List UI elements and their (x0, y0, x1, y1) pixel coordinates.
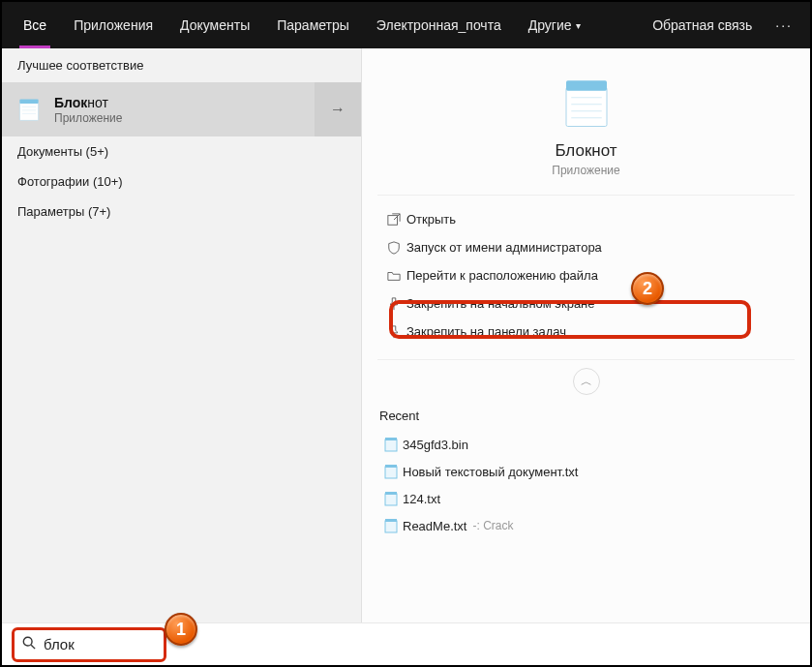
svg-rect-14 (385, 467, 397, 478)
category-documents[interactable]: Документы (5+) (2, 136, 361, 167)
recent-item[interactable]: ReadMe.txt -: Crack (377, 512, 795, 539)
chevron-down-icon: ▾ (576, 20, 581, 31)
best-match-title: Блокнот (54, 95, 122, 110)
svg-line-21 (31, 645, 35, 649)
action-label: Закрепить на панели задач (406, 324, 566, 339)
recent-item[interactable]: Новый текстовый документ.txt (377, 458, 795, 485)
search-icon (22, 636, 36, 652)
tab-all[interactable]: Все (10, 2, 60, 48)
action-open-location[interactable]: Перейти к расположению файла (377, 261, 795, 289)
recent-item[interactable]: 345gfd3.bin (377, 431, 795, 458)
svg-rect-1 (19, 100, 38, 104)
recent-name: Новый текстовый документ.txt (403, 465, 578, 479)
tab-more[interactable]: Другие▾ (515, 2, 594, 48)
svg-rect-16 (385, 494, 397, 505)
best-match-header: Лучшее соответствие (2, 48, 361, 82)
action-run-as-admin[interactable]: Запуск от имени администратора (377, 233, 795, 261)
best-match-subtitle: Приложение (54, 111, 122, 125)
category-photos[interactable]: Фотографии (10+) (2, 167, 361, 197)
action-pin-taskbar[interactable]: Закрепить на панели задач (377, 318, 795, 346)
tab-apps[interactable]: Приложения (60, 2, 166, 48)
app-title: Блокнот (377, 141, 795, 161)
pin-icon (381, 325, 406, 339)
action-pin-start[interactable]: Закрепить на начальном экране (377, 289, 795, 318)
app-icon-large (556, 72, 617, 134)
open-icon (381, 213, 406, 227)
action-label: Перейти к расположению файла (406, 268, 598, 283)
tab-documents[interactable]: Документы (166, 2, 263, 48)
top-filter-bar: Все Приложения Документы Параметры Элект… (2, 2, 810, 48)
annotation-badge-1: 1 (165, 613, 197, 646)
tab-settings[interactable]: Параметры (263, 2, 363, 48)
action-label: Запуск от имени администратора (406, 240, 602, 255)
notepad-icon (14, 94, 45, 125)
svg-rect-6 (566, 80, 607, 91)
folder-icon (381, 269, 406, 283)
recent-header: Recent (377, 403, 795, 431)
search-box[interactable] (12, 627, 166, 662)
svg-rect-5 (566, 87, 607, 126)
expand-arrow-icon[interactable]: → (315, 82, 361, 136)
recent-item[interactable]: 124.txt (377, 485, 795, 512)
collapse-chevron-icon[interactable]: ︿ (573, 368, 600, 395)
svg-rect-19 (385, 519, 397, 522)
results-pane: Лучшее соответствие Блокнот Приложение →… (2, 48, 362, 622)
category-settings[interactable]: Параметры (7+) (2, 197, 361, 227)
action-label: Открыть (406, 212, 456, 227)
svg-rect-17 (385, 492, 397, 495)
preview-pane: Блокнот Приложение Открыть Запуск от име… (362, 48, 810, 622)
best-match-item[interactable]: Блокнот Приложение → (2, 82, 361, 136)
file-icon (379, 491, 403, 506)
recent-name: ReadMe.txt (403, 519, 466, 533)
app-subtitle: Приложение (377, 164, 795, 177)
tab-email[interactable]: Электронная_почта (363, 2, 515, 48)
recent-name: 124.txt (403, 492, 440, 506)
overflow-menu[interactable]: ··· (766, 17, 802, 33)
svg-point-20 (23, 637, 32, 646)
action-open[interactable]: Открыть (377, 205, 795, 233)
feedback-link[interactable]: Обратная связь (639, 17, 766, 33)
pin-icon (381, 297, 406, 311)
shield-icon (381, 241, 406, 255)
action-label: Закрепить на начальном экране (406, 296, 595, 311)
file-icon (379, 518, 403, 533)
recent-name: 345gfd3.bin (403, 438, 468, 452)
svg-rect-11 (388, 215, 398, 225)
svg-rect-0 (19, 102, 38, 120)
svg-rect-13 (385, 438, 397, 440)
file-icon (379, 464, 403, 479)
annotation-badge-2: 2 (631, 272, 664, 305)
search-input[interactable] (42, 635, 229, 653)
recent-location: -: Crack (472, 519, 513, 532)
svg-rect-18 (385, 521, 397, 532)
svg-rect-12 (385, 440, 397, 451)
search-bar-row (2, 622, 810, 665)
file-icon (379, 437, 403, 452)
svg-rect-15 (385, 465, 397, 468)
